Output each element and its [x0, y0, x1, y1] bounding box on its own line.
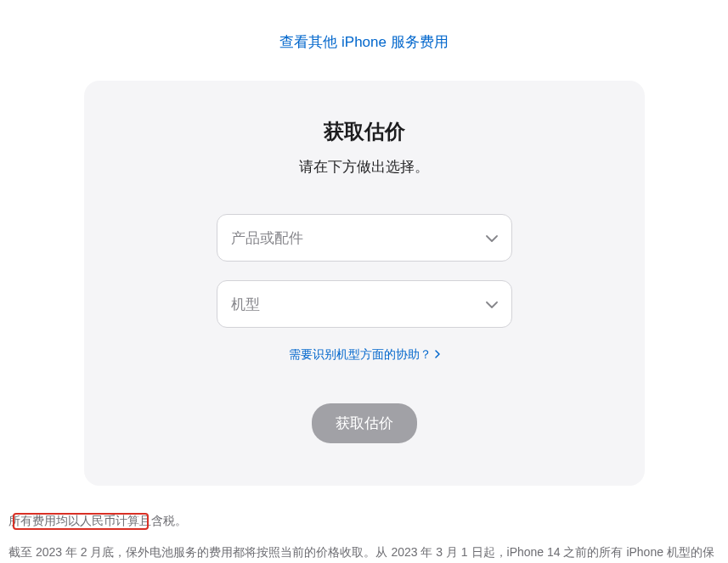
- product-select[interactable]: 产品或配件: [217, 214, 512, 262]
- chevron-down-icon: [486, 229, 498, 246]
- get-estimate-button[interactable]: 获取估价: [312, 403, 417, 443]
- model-select-placeholder: 机型: [231, 295, 260, 314]
- model-select[interactable]: 机型: [217, 280, 512, 328]
- chevron-down-icon: [486, 296, 498, 312]
- product-select-placeholder: 产品或配件: [231, 228, 303, 248]
- estimate-card: 获取估价 请在下方做出选择。 产品或配件 机型 需要识别机型方面的协助？ 获取估…: [84, 81, 645, 486]
- other-service-link[interactable]: 查看其他 iPhone 服务费用: [279, 34, 448, 50]
- footer-line-1: 所有费用均以人民币计算且含税。: [8, 510, 720, 532]
- footer-line-2: 截至 2023 年 2 月底，保外电池服务的费用都将按照当前的价格收取。从 20…: [8, 541, 720, 563]
- footer-text: 所有费用均以人民币计算且含税。 截至 2023 年 2 月底，保外电池服务的费用…: [0, 486, 728, 563]
- identify-model-help-link[interactable]: 需要识别机型方面的协助？: [289, 347, 440, 363]
- chevron-right-icon: [435, 349, 440, 361]
- card-subtitle: 请在下方做出选择。: [135, 157, 594, 177]
- help-link-label: 需要识别机型方面的协助？: [289, 347, 432, 363]
- card-title: 获取估价: [135, 118, 594, 145]
